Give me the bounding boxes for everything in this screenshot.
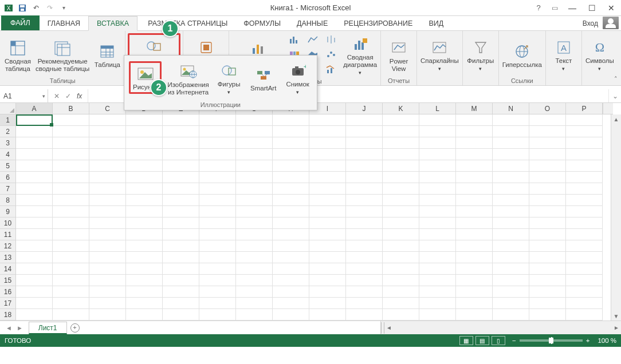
chevron-down-icon[interactable]: ▾	[42, 93, 45, 99]
row-header[interactable]: 7	[0, 183, 16, 195]
row-header[interactable]: 5	[0, 160, 16, 172]
row-header[interactable]: 15	[0, 275, 16, 286]
zoom-out-icon[interactable]: −	[512, 337, 516, 344]
tab-review[interactable]: РЕЦЕНЗИРОВАНИЕ	[336, 17, 420, 30]
hyperlink-button[interactable]: Гиперссылка	[502, 39, 542, 69]
svg-rect-25	[261, 46, 263, 54]
fx-icon[interactable]: fx	[77, 92, 82, 100]
row-header[interactable]: 6	[0, 172, 16, 183]
line-chart-icon[interactable]	[307, 34, 319, 45]
row-header[interactable]: 17	[0, 298, 16, 309]
scroll-right-icon[interactable]: ►	[612, 325, 621, 331]
sparklines-button[interactable]: Спарклайны▾	[420, 35, 459, 73]
tab-data[interactable]: ДАННЫЕ	[289, 17, 336, 30]
sign-in-link[interactable]: Вход	[583, 19, 598, 27]
sheet-prev-icon[interactable]: ◄	[6, 325, 12, 331]
row-header[interactable]: 3	[0, 137, 16, 149]
name-box[interactable]: A1▾	[0, 89, 48, 102]
vertical-scrollbar[interactable]: ▲ ▼	[611, 114, 621, 321]
col-header[interactable]: M	[456, 103, 493, 114]
zoom-control: − + 100 %	[512, 337, 616, 344]
tab-page-layout[interactable]: РАЗМЕТКА СТРАНИЦЫ	[137, 17, 235, 30]
row-headers: 1 2 3 4 5 6 7 8 9 10 11 12 13 14 15 16 1…	[0, 114, 16, 321]
col-header[interactable]: J	[346, 103, 383, 114]
symbols-button[interactable]: Ω Символы▾	[585, 35, 614, 73]
col-header[interactable]: P	[566, 103, 603, 114]
recommended-pivot-tables-button[interactable]: Рекомендуемые сводные таблицы	[36, 36, 89, 73]
svg-text:A: A	[561, 43, 567, 53]
col-header[interactable]: L	[419, 103, 456, 114]
column-chart-icon[interactable]	[289, 34, 300, 45]
row-header[interactable]: 9	[0, 206, 16, 217]
row-header[interactable]: 8	[0, 195, 16, 206]
svg-point-19	[147, 42, 155, 50]
cancel-icon[interactable]: ✕	[54, 92, 60, 100]
combo-chart-icon[interactable]	[325, 64, 337, 74]
enter-icon[interactable]: ✓	[65, 92, 71, 100]
scroll-up-icon[interactable]: ▲	[611, 114, 621, 124]
normal-view-icon[interactable]: ▦	[459, 336, 473, 345]
sheet-tab-bar: ◄ ► Лист1 + ◄ ►	[0, 321, 621, 334]
col-header[interactable]: O	[529, 103, 566, 114]
cell-grid[interactable]: // placeholder - rows generated below af…	[16, 114, 611, 321]
tab-view[interactable]: ВИД	[420, 17, 451, 30]
pivot-table-button[interactable]: Сводная таблица	[3, 36, 32, 73]
shapes-button[interactable]: Фигуры▾	[215, 59, 243, 96]
select-all-corner[interactable]	[0, 103, 16, 114]
text-button[interactable]: A Текст▾	[549, 35, 578, 73]
minimize-button[interactable]: —	[563, 0, 582, 16]
row-header[interactable]: 18	[0, 309, 16, 321]
undo-icon[interactable]: ↶	[30, 2, 42, 14]
ribbon-display-options-icon[interactable]: ▭	[547, 0, 563, 16]
filters-button[interactable]: Фильтры▾	[466, 35, 495, 73]
col-header[interactable]: A	[16, 103, 53, 114]
page-break-view-icon[interactable]: ▯	[492, 336, 505, 345]
col-header[interactable]: K	[383, 103, 419, 114]
row-header[interactable]: 12	[0, 240, 16, 252]
table-button[interactable]: Таблица	[93, 39, 121, 69]
tab-insert[interactable]: ВСТАВКА	[88, 16, 137, 31]
screenshot-button[interactable]: + Снимок▾	[284, 59, 312, 96]
collapse-ribbon-icon[interactable]: ˄	[614, 76, 618, 83]
account-icon[interactable]	[603, 17, 619, 29]
zoom-slider[interactable]	[520, 339, 583, 342]
row-header[interactable]: 1	[0, 114, 16, 126]
scroll-down-icon[interactable]: ▼	[611, 311, 621, 321]
row-header[interactable]: 13	[0, 252, 16, 263]
row-header[interactable]: 16	[0, 286, 16, 298]
zoom-in-icon[interactable]: +	[586, 337, 590, 344]
row-header[interactable]: 11	[0, 229, 16, 240]
expand-formula-bar-icon[interactable]: ⌄	[608, 89, 621, 102]
stock-chart-icon[interactable]	[325, 34, 337, 45]
horizontal-scrollbar[interactable]: ◄ ►	[380, 321, 621, 334]
col-header[interactable]: B	[53, 103, 89, 114]
row-header[interactable]: 10	[0, 217, 16, 229]
row-header[interactable]: 2	[0, 126, 16, 137]
col-header[interactable]: C	[89, 103, 126, 114]
save-icon[interactable]	[16, 2, 29, 14]
scatter-chart-icon[interactable]	[325, 49, 337, 60]
excel-app-icon[interactable]: X	[2, 2, 15, 14]
redo-icon[interactable]: ↷	[44, 2, 56, 14]
zoom-level[interactable]: 100 %	[593, 337, 616, 344]
sheet-tab[interactable]: Лист1	[29, 322, 67, 334]
sheet-next-icon[interactable]: ►	[17, 325, 23, 331]
tab-home[interactable]: ГЛАВНАЯ	[40, 17, 88, 30]
row-header[interactable]: 14	[0, 263, 16, 275]
scroll-left-icon[interactable]: ◄	[384, 325, 394, 331]
maximize-button[interactable]: ☐	[582, 0, 602, 16]
tab-file[interactable]: ФАЙЛ	[1, 15, 40, 30]
tab-formulas[interactable]: ФОРМУЛЫ	[235, 17, 289, 30]
col-header[interactable]: N	[493, 103, 529, 114]
smartart-button[interactable]: SmartArt	[249, 63, 278, 92]
close-button[interactable]: ✕	[602, 0, 621, 16]
online-pictures-button[interactable]: Изображения из Интернета	[167, 60, 209, 96]
svg-marker-51	[475, 42, 486, 53]
power-view-button[interactable]: Power View	[384, 36, 413, 73]
qat-customize-icon[interactable]: ▾	[57, 2, 70, 14]
pivot-chart-button[interactable]: Сводная диаграмма▾	[343, 32, 377, 77]
help-icon[interactable]: ?	[530, 0, 547, 16]
page-layout-view-icon[interactable]: ▤	[475, 336, 489, 345]
row-header[interactable]: 4	[0, 149, 16, 160]
new-sheet-button[interactable]: +	[67, 321, 83, 334]
